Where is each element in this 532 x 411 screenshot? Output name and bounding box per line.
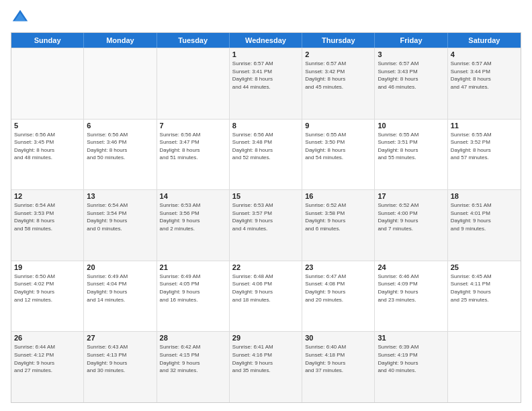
day-info: Sunrise: 6:49 AM Sunset: 4:04 PM Dayligh… — [87, 273, 153, 304]
calendar-cell: 29Sunrise: 6:41 AM Sunset: 4:16 PM Dayli… — [230, 332, 302, 402]
calendar-row: 5Sunrise: 6:56 AM Sunset: 3:45 PM Daylig… — [11, 119, 521, 190]
calendar-cell: 11Sunrise: 6:55 AM Sunset: 3:52 PM Dayli… — [448, 120, 521, 190]
day-info: Sunrise: 6:56 AM Sunset: 3:47 PM Dayligh… — [160, 131, 226, 162]
day-info: Sunrise: 6:54 AM Sunset: 3:53 PM Dayligh… — [14, 201, 81, 232]
calendar-cell — [84, 48, 157, 119]
day-number: 26 — [14, 334, 81, 342]
day-number: 17 — [378, 192, 444, 200]
day-info: Sunrise: 6:52 AM Sunset: 4:00 PM Dayligh… — [378, 201, 444, 232]
day-number: 18 — [451, 192, 518, 200]
calendar-cell: 13Sunrise: 6:54 AM Sunset: 3:54 PM Dayli… — [84, 190, 157, 261]
day-number: 24 — [378, 263, 444, 271]
day-number: 5 — [14, 122, 81, 130]
logo — [11, 8, 32, 27]
day-number: 6 — [87, 122, 153, 130]
page: SundayMondayTuesdayWednesdayThursdayFrid… — [0, 0, 532, 411]
calendar-cell: 27Sunrise: 6:43 AM Sunset: 4:13 PM Dayli… — [84, 332, 157, 402]
day-number: 29 — [232, 334, 299, 342]
day-info: Sunrise: 6:57 AM Sunset: 3:42 PM Dayligh… — [305, 60, 371, 91]
day-info: Sunrise: 6:54 AM Sunset: 3:54 PM Dayligh… — [87, 201, 153, 232]
day-info: Sunrise: 6:57 AM Sunset: 3:44 PM Dayligh… — [451, 60, 518, 91]
day-info: Sunrise: 6:46 AM Sunset: 4:09 PM Dayligh… — [378, 273, 444, 304]
day-info: Sunrise: 6:52 AM Sunset: 3:58 PM Dayligh… — [305, 201, 371, 232]
day-info: Sunrise: 6:43 AM Sunset: 4:13 PM Dayligh… — [87, 343, 153, 374]
day-info: Sunrise: 6:56 AM Sunset: 3:45 PM Dayligh… — [14, 131, 81, 162]
calendar-cell: 24Sunrise: 6:46 AM Sunset: 4:09 PM Dayli… — [375, 261, 447, 332]
day-number: 3 — [378, 50, 444, 58]
calendar-cell: 22Sunrise: 6:48 AM Sunset: 4:06 PM Dayli… — [230, 261, 302, 332]
day-number: 8 — [232, 122, 299, 130]
calendar-row: 12Sunrise: 6:54 AM Sunset: 3:53 PM Dayli… — [11, 189, 521, 261]
calendar-cell: 30Sunrise: 6:40 AM Sunset: 4:18 PM Dayli… — [302, 332, 375, 402]
calendar-cell: 10Sunrise: 6:55 AM Sunset: 3:51 PM Dayli… — [375, 120, 447, 190]
day-info: Sunrise: 6:55 AM Sunset: 3:51 PM Dayligh… — [378, 131, 444, 162]
day-number: 2 — [305, 50, 371, 58]
calendar-cell: 17Sunrise: 6:52 AM Sunset: 4:00 PM Dayli… — [375, 190, 447, 261]
calendar-row: 1Sunrise: 6:57 AM Sunset: 3:41 PM Daylig… — [11, 48, 521, 119]
day-number: 14 — [160, 192, 226, 200]
day-info: Sunrise: 6:57 AM Sunset: 3:43 PM Dayligh… — [378, 60, 444, 91]
header — [11, 8, 521, 27]
day-info: Sunrise: 6:56 AM Sunset: 3:46 PM Dayligh… — [87, 131, 153, 162]
weekday-header: Wednesday — [230, 33, 302, 48]
calendar-cell — [11, 48, 84, 119]
day-number: 25 — [451, 263, 518, 271]
day-number: 28 — [160, 334, 226, 342]
day-info: Sunrise: 6:48 AM Sunset: 4:06 PM Dayligh… — [232, 273, 299, 304]
calendar-cell: 5Sunrise: 6:56 AM Sunset: 3:45 PM Daylig… — [11, 120, 84, 190]
day-info: Sunrise: 6:39 AM Sunset: 4:19 PM Dayligh… — [378, 343, 444, 374]
calendar-cell: 16Sunrise: 6:52 AM Sunset: 3:58 PM Dayli… — [302, 190, 375, 261]
calendar-cell: 25Sunrise: 6:45 AM Sunset: 4:11 PM Dayli… — [448, 261, 521, 332]
calendar-cell: 28Sunrise: 6:42 AM Sunset: 4:15 PM Dayli… — [157, 332, 230, 402]
day-number: 7 — [160, 122, 226, 130]
calendar-row: 26Sunrise: 6:44 AM Sunset: 4:12 PM Dayli… — [11, 331, 521, 402]
day-number: 12 — [14, 192, 81, 200]
day-number: 13 — [87, 192, 153, 200]
day-info: Sunrise: 6:41 AM Sunset: 4:16 PM Dayligh… — [232, 343, 299, 374]
weekday-header: Monday — [84, 33, 157, 48]
weekday-header: Thursday — [302, 33, 375, 48]
calendar-cell: 8Sunrise: 6:56 AM Sunset: 3:48 PM Daylig… — [230, 120, 302, 190]
day-number: 23 — [305, 263, 371, 271]
day-number: 10 — [378, 122, 444, 130]
calendar-cell: 6Sunrise: 6:56 AM Sunset: 3:46 PM Daylig… — [84, 120, 157, 190]
weekday-header: Friday — [375, 33, 447, 48]
calendar-cell: 19Sunrise: 6:50 AM Sunset: 4:02 PM Dayli… — [11, 261, 84, 332]
day-info: Sunrise: 6:42 AM Sunset: 4:15 PM Dayligh… — [160, 343, 226, 374]
calendar-body: 1Sunrise: 6:57 AM Sunset: 3:41 PM Daylig… — [11, 48, 521, 402]
day-number: 21 — [160, 263, 226, 271]
calendar-cell: 18Sunrise: 6:51 AM Sunset: 4:01 PM Dayli… — [448, 190, 521, 261]
weekday-header: Saturday — [448, 33, 521, 48]
day-info: Sunrise: 6:40 AM Sunset: 4:18 PM Dayligh… — [305, 343, 371, 374]
calendar-cell — [157, 48, 230, 119]
day-info: Sunrise: 6:53 AM Sunset: 3:56 PM Dayligh… — [160, 201, 226, 232]
calendar-cell: 1Sunrise: 6:57 AM Sunset: 3:41 PM Daylig… — [230, 48, 302, 119]
day-info: Sunrise: 6:56 AM Sunset: 3:48 PM Dayligh… — [232, 131, 299, 162]
day-number: 27 — [87, 334, 153, 342]
calendar-row: 19Sunrise: 6:50 AM Sunset: 4:02 PM Dayli… — [11, 261, 521, 332]
logo-icon — [11, 8, 30, 27]
day-number: 22 — [232, 263, 299, 271]
day-info: Sunrise: 6:47 AM Sunset: 4:08 PM Dayligh… — [305, 273, 371, 304]
calendar-cell — [448, 332, 521, 402]
day-info: Sunrise: 6:45 AM Sunset: 4:11 PM Dayligh… — [451, 273, 518, 304]
day-number: 4 — [451, 50, 518, 58]
day-number: 16 — [305, 192, 371, 200]
calendar-header-row: SundayMondayTuesdayWednesdayThursdayFrid… — [11, 33, 521, 48]
calendar-cell: 7Sunrise: 6:56 AM Sunset: 3:47 PM Daylig… — [157, 120, 230, 190]
calendar-cell: 2Sunrise: 6:57 AM Sunset: 3:42 PM Daylig… — [302, 48, 375, 119]
weekday-header: Sunday — [11, 33, 84, 48]
calendar-cell: 26Sunrise: 6:44 AM Sunset: 4:12 PM Dayli… — [11, 332, 84, 402]
day-info: Sunrise: 6:53 AM Sunset: 3:57 PM Dayligh… — [232, 201, 299, 232]
calendar-cell: 3Sunrise: 6:57 AM Sunset: 3:43 PM Daylig… — [375, 48, 447, 119]
day-number: 1 — [232, 50, 299, 58]
day-info: Sunrise: 6:44 AM Sunset: 4:12 PM Dayligh… — [14, 343, 81, 374]
day-info: Sunrise: 6:51 AM Sunset: 4:01 PM Dayligh… — [451, 201, 518, 232]
day-info: Sunrise: 6:49 AM Sunset: 4:05 PM Dayligh… — [160, 273, 226, 304]
calendar-cell: 31Sunrise: 6:39 AM Sunset: 4:19 PM Dayli… — [375, 332, 447, 402]
day-info: Sunrise: 6:55 AM Sunset: 3:50 PM Dayligh… — [305, 131, 371, 162]
calendar-cell: 23Sunrise: 6:47 AM Sunset: 4:08 PM Dayli… — [302, 261, 375, 332]
day-number: 11 — [451, 122, 518, 130]
day-number: 9 — [305, 122, 371, 130]
calendar-cell: 4Sunrise: 6:57 AM Sunset: 3:44 PM Daylig… — [448, 48, 521, 119]
